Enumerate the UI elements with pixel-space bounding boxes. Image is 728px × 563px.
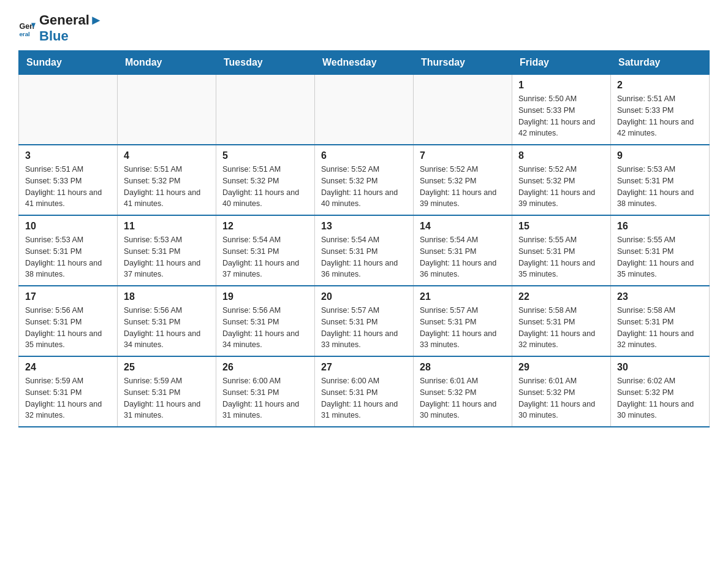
svg-text:eral: eral bbox=[19, 31, 30, 37]
day-info: Sunrise: 5:52 AM Sunset: 5:32 PM Dayligh… bbox=[321, 164, 407, 210]
day-number: 21 bbox=[420, 291, 506, 302]
calendar-cell: 9Sunrise: 5:53 AM Sunset: 5:31 PM Daylig… bbox=[611, 145, 710, 215]
calendar-cell: 17Sunrise: 5:56 AM Sunset: 5:31 PM Dayli… bbox=[19, 286, 118, 356]
calendar-cell: 3Sunrise: 5:51 AM Sunset: 5:33 PM Daylig… bbox=[19, 145, 118, 215]
day-number: 3 bbox=[25, 150, 111, 161]
weekday-header-wednesday: Wednesday bbox=[315, 51, 414, 75]
logo-text-general: General bbox=[39, 12, 89, 28]
day-number: 30 bbox=[617, 362, 703, 373]
day-info: Sunrise: 5:59 AM Sunset: 5:31 PM Dayligh… bbox=[25, 375, 111, 421]
day-info: Sunrise: 5:51 AM Sunset: 5:32 PM Dayligh… bbox=[222, 164, 308, 210]
calendar-cell bbox=[19, 75, 118, 145]
calendar-cell: 12Sunrise: 5:54 AM Sunset: 5:31 PM Dayli… bbox=[216, 215, 315, 286]
day-info: Sunrise: 5:51 AM Sunset: 5:32 PM Dayligh… bbox=[124, 164, 210, 210]
calendar-cell: 20Sunrise: 5:57 AM Sunset: 5:31 PM Dayli… bbox=[315, 286, 414, 356]
day-info: Sunrise: 5:58 AM Sunset: 5:31 PM Dayligh… bbox=[518, 305, 604, 351]
calendar-cell: 30Sunrise: 6:02 AM Sunset: 5:32 PM Dayli… bbox=[611, 356, 710, 427]
day-info: Sunrise: 5:50 AM Sunset: 5:33 PM Dayligh… bbox=[518, 93, 604, 139]
calendar-cell: 13Sunrise: 5:54 AM Sunset: 5:31 PM Dayli… bbox=[315, 215, 414, 286]
weekday-header-saturday: Saturday bbox=[611, 51, 710, 75]
calendar-week-5: 24Sunrise: 5:59 AM Sunset: 5:31 PM Dayli… bbox=[19, 356, 710, 427]
day-info: Sunrise: 5:56 AM Sunset: 5:31 PM Dayligh… bbox=[222, 305, 308, 351]
day-info: Sunrise: 5:51 AM Sunset: 5:33 PM Dayligh… bbox=[25, 164, 111, 210]
calendar-cell: 6Sunrise: 5:52 AM Sunset: 5:32 PM Daylig… bbox=[315, 145, 414, 215]
day-info: Sunrise: 5:59 AM Sunset: 5:31 PM Dayligh… bbox=[124, 375, 210, 421]
day-info: Sunrise: 5:54 AM Sunset: 5:31 PM Dayligh… bbox=[321, 234, 407, 280]
day-number: 5 bbox=[222, 150, 308, 161]
day-info: Sunrise: 5:56 AM Sunset: 5:31 PM Dayligh… bbox=[124, 305, 210, 351]
calendar-week-2: 3Sunrise: 5:51 AM Sunset: 5:33 PM Daylig… bbox=[19, 145, 710, 215]
calendar-header: SundayMondayTuesdayWednesdayThursdayFrid… bbox=[19, 51, 710, 75]
calendar-cell: 1Sunrise: 5:50 AM Sunset: 5:33 PM Daylig… bbox=[512, 75, 611, 145]
calendar-cell: 11Sunrise: 5:53 AM Sunset: 5:31 PM Dayli… bbox=[118, 215, 216, 286]
calendar-table: SundayMondayTuesdayWednesdayThursdayFrid… bbox=[18, 50, 710, 427]
calendar-cell: 16Sunrise: 5:55 AM Sunset: 5:31 PM Dayli… bbox=[611, 215, 710, 286]
day-info: Sunrise: 5:51 AM Sunset: 5:33 PM Dayligh… bbox=[617, 93, 703, 139]
calendar-cell: 7Sunrise: 5:52 AM Sunset: 5:32 PM Daylig… bbox=[414, 145, 512, 215]
calendar-cell: 22Sunrise: 5:58 AM Sunset: 5:31 PM Dayli… bbox=[512, 286, 611, 356]
day-info: Sunrise: 6:01 AM Sunset: 5:32 PM Dayligh… bbox=[420, 375, 506, 421]
logo-triangle: ► bbox=[89, 12, 103, 28]
calendar-cell: 4Sunrise: 5:51 AM Sunset: 5:32 PM Daylig… bbox=[118, 145, 216, 215]
day-number: 17 bbox=[25, 291, 111, 302]
day-number: 9 bbox=[617, 150, 703, 161]
day-number: 20 bbox=[321, 291, 407, 302]
day-number: 28 bbox=[420, 362, 506, 373]
day-info: Sunrise: 5:54 AM Sunset: 5:31 PM Dayligh… bbox=[222, 234, 308, 280]
day-number: 26 bbox=[222, 362, 308, 373]
day-info: Sunrise: 5:56 AM Sunset: 5:31 PM Dayligh… bbox=[25, 305, 111, 351]
calendar-cell: 19Sunrise: 5:56 AM Sunset: 5:31 PM Dayli… bbox=[216, 286, 315, 356]
day-number: 12 bbox=[222, 221, 308, 232]
weekday-header-sunday: Sunday bbox=[19, 51, 118, 75]
weekday-header-thursday: Thursday bbox=[414, 51, 512, 75]
logo: Gen eral General► Blue bbox=[18, 12, 103, 44]
day-number: 11 bbox=[124, 221, 210, 232]
calendar-week-4: 17Sunrise: 5:56 AM Sunset: 5:31 PM Dayli… bbox=[19, 286, 710, 356]
calendar-cell bbox=[414, 75, 512, 145]
day-number: 13 bbox=[321, 221, 407, 232]
day-number: 4 bbox=[124, 150, 210, 161]
calendar-cell: 8Sunrise: 5:52 AM Sunset: 5:32 PM Daylig… bbox=[512, 145, 611, 215]
day-number: 7 bbox=[420, 150, 506, 161]
calendar-week-3: 10Sunrise: 5:53 AM Sunset: 5:31 PM Dayli… bbox=[19, 215, 710, 286]
calendar-cell: 21Sunrise: 5:57 AM Sunset: 5:31 PM Dayli… bbox=[414, 286, 512, 356]
logo-text-blue: Blue bbox=[39, 28, 69, 44]
day-number: 25 bbox=[124, 362, 210, 373]
day-number: 27 bbox=[321, 362, 407, 373]
calendar-cell: 29Sunrise: 6:01 AM Sunset: 5:32 PM Dayli… bbox=[512, 356, 611, 427]
calendar-cell: 5Sunrise: 5:51 AM Sunset: 5:32 PM Daylig… bbox=[216, 145, 315, 215]
calendar-cell: 26Sunrise: 6:00 AM Sunset: 5:31 PM Dayli… bbox=[216, 356, 315, 427]
day-info: Sunrise: 5:57 AM Sunset: 5:31 PM Dayligh… bbox=[420, 305, 506, 351]
day-number: 2 bbox=[617, 80, 703, 91]
calendar-cell: 15Sunrise: 5:55 AM Sunset: 5:31 PM Dayli… bbox=[512, 215, 611, 286]
calendar-cell: 24Sunrise: 5:59 AM Sunset: 5:31 PM Dayli… bbox=[19, 356, 118, 427]
calendar-cell: 14Sunrise: 5:54 AM Sunset: 5:31 PM Dayli… bbox=[414, 215, 512, 286]
calendar-cell: 10Sunrise: 5:53 AM Sunset: 5:31 PM Dayli… bbox=[19, 215, 118, 286]
day-info: Sunrise: 5:57 AM Sunset: 5:31 PM Dayligh… bbox=[321, 305, 407, 351]
calendar-cell: 27Sunrise: 6:00 AM Sunset: 5:31 PM Dayli… bbox=[315, 356, 414, 427]
calendar-cell: 23Sunrise: 5:58 AM Sunset: 5:31 PM Dayli… bbox=[611, 286, 710, 356]
day-number: 19 bbox=[222, 291, 308, 302]
day-number: 10 bbox=[25, 221, 111, 232]
weekday-header-monday: Monday bbox=[118, 51, 216, 75]
calendar-cell: 2Sunrise: 5:51 AM Sunset: 5:33 PM Daylig… bbox=[611, 75, 710, 145]
day-number: 29 bbox=[518, 362, 604, 373]
calendar-cell bbox=[118, 75, 216, 145]
day-number: 18 bbox=[124, 291, 210, 302]
weekday-header-tuesday: Tuesday bbox=[216, 51, 315, 75]
day-number: 15 bbox=[518, 221, 604, 232]
day-info: Sunrise: 5:55 AM Sunset: 5:31 PM Dayligh… bbox=[518, 234, 604, 280]
calendar-cell bbox=[315, 75, 414, 145]
day-number: 14 bbox=[420, 221, 506, 232]
calendar-body: 1Sunrise: 5:50 AM Sunset: 5:33 PM Daylig… bbox=[19, 75, 710, 427]
day-info: Sunrise: 5:52 AM Sunset: 5:32 PM Dayligh… bbox=[518, 164, 604, 210]
day-info: Sunrise: 6:00 AM Sunset: 5:31 PM Dayligh… bbox=[321, 375, 407, 421]
day-info: Sunrise: 5:53 AM Sunset: 5:31 PM Dayligh… bbox=[124, 234, 210, 280]
weekday-header-friday: Friday bbox=[512, 51, 611, 75]
calendar-cell: 28Sunrise: 6:01 AM Sunset: 5:32 PM Dayli… bbox=[414, 356, 512, 427]
page-header: Gen eral General► Blue bbox=[18, 12, 710, 44]
day-number: 1 bbox=[518, 80, 604, 91]
day-info: Sunrise: 6:01 AM Sunset: 5:32 PM Dayligh… bbox=[518, 375, 604, 421]
calendar-week-1: 1Sunrise: 5:50 AM Sunset: 5:33 PM Daylig… bbox=[19, 75, 710, 145]
day-number: 22 bbox=[518, 291, 604, 302]
